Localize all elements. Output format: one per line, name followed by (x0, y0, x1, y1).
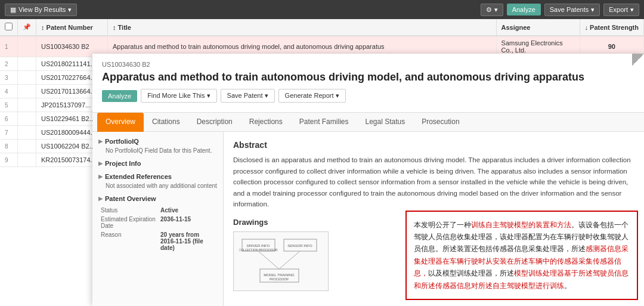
tab-legal-status[interactable]: Legal Status (357, 113, 413, 132)
view-by-label: View By Results (18, 6, 66, 13)
tab-overview-label: Overview (106, 118, 135, 126)
bar-chart-icon: ▦ (10, 6, 16, 14)
expiration-label: Estimated Expiration Date (98, 215, 158, 230)
svg-line-8 (258, 251, 279, 269)
col-title-label: ↕ Title (113, 24, 131, 31)
filter-arrow: ▾ (494, 6, 498, 14)
extended-refs-text: Not associated with any additional conte… (98, 183, 217, 189)
svg-text:DRIVER INFO: DRIVER INFO (247, 244, 270, 248)
detail-analyze-button[interactable]: Analyze (102, 90, 137, 102)
abstract-text: Disclosed is an apparatus and method to … (233, 154, 634, 209)
svg-text:PROCESSOR: PROCESSOR (270, 277, 289, 281)
row-pin-cell (18, 126, 36, 140)
row-pin-cell (18, 112, 36, 126)
save-patents-button[interactable]: Save Patents ▾ (544, 4, 600, 16)
analyze-label: Analyze (512, 6, 535, 13)
svg-text:MODEL TRAINING: MODEL TRAINING (264, 273, 295, 277)
drawing-image: DRIVER INFO COLLECTION PROCESSOR SENSOR … (233, 231, 329, 291)
expiration-value: 2036-11-15 (158, 215, 217, 230)
tab-citations[interactable]: Citations (144, 113, 188, 132)
view-by-button[interactable]: ▦ View By Results ▾ (5, 4, 77, 16)
row-checkbox-cell: 7 (0, 126, 18, 140)
col-pin-header: 📌 (18, 19, 36, 36)
extended-refs-label: Extended References (105, 173, 172, 180)
select-all-checkbox[interactable] (5, 23, 13, 30)
status-value: Active (158, 206, 217, 215)
tab-prosecution-label: Prosecution (422, 118, 459, 126)
row-checkbox-cell: 5 (0, 98, 18, 112)
tab-prosecution[interactable]: Prosecution (413, 113, 467, 132)
col-patent-number-header[interactable]: ↕ Patent Number (36, 19, 108, 36)
patent-overview-section-header[interactable]: ▶ Patent Overview (98, 195, 217, 202)
col-patent-number-label: ↕ Patent Number (41, 24, 93, 31)
reason-label: Reason (98, 230, 158, 252)
col-strength-label: ↓ Patent Strength (585, 24, 639, 31)
abstract-title: Abstract (233, 140, 634, 150)
analyze-button[interactable]: Analyze (507, 4, 541, 16)
export-button[interactable]: Export ▾ (603, 4, 639, 16)
row-pin-cell (18, 98, 36, 112)
detail-patent-number: US10034630 B2 (102, 61, 634, 68)
row-pin-cell (18, 71, 36, 85)
detail-header: US10034630 B2 Apparatus and method to tr… (92, 54, 644, 113)
project-info-section-header[interactable]: ▶ Project Info (98, 160, 217, 167)
col-title-header[interactable]: ↕ Title (108, 19, 497, 36)
status-label: Status (98, 206, 158, 215)
row-pin-cell (18, 36, 36, 57)
corner-fold (632, 54, 644, 66)
row-pin-cell (18, 153, 36, 167)
row-pin-cell (18, 57, 36, 71)
triangle-icon: ▶ (98, 138, 103, 144)
reason-value: 20 years from 2016-11-15 (file date) (158, 230, 217, 252)
save-patent-button[interactable]: Save Patent (221, 89, 275, 103)
save-patents-arrow: ▾ (591, 6, 595, 14)
row-checkbox-cell: 8 (0, 140, 18, 153)
patent-overview-label: Patent Overview (105, 195, 156, 202)
col-strength-header[interactable]: ↓ Patent Strength (580, 19, 643, 36)
generate-report-button[interactable]: Generate Report (278, 89, 346, 103)
detail-left-panel: ▶ PortfolioIQ No PortfolioIQ Field Data … (92, 132, 224, 306)
tab-rejections-label: Rejections (249, 118, 283, 126)
portfolio-iq-label: PortfolioIQ (105, 138, 139, 145)
translation-text-2: 训练自主驾驶模型的装置和方法 (471, 221, 571, 229)
col-checkbox-header (0, 19, 18, 36)
tab-patent-families-label: Patent Families (299, 118, 349, 126)
tab-citations-label: Citations (152, 118, 180, 126)
dropdown-arrow-icon: ▾ (68, 6, 72, 14)
status-row: Status Active (98, 206, 217, 215)
top-toolbar: ▦ View By Results ▾ ⚙ ▾ Analyze Save Pat… (0, 0, 644, 19)
triangle-icon-3: ▶ (98, 174, 103, 180)
row-checkbox-cell: 9 (0, 153, 18, 167)
translation-popup: 本发明公开了一种训练自主驾驶模型的装置和方法。该设备包括一个驾驶人员信息收集处理… (405, 211, 638, 300)
row-pin-cell (18, 140, 36, 153)
detail-actions: Analyze Find More Like This Save Patent … (102, 89, 634, 103)
col-assignee-header[interactable]: Assignee (496, 19, 580, 36)
generate-report-label: Generate Report (285, 92, 334, 99)
row-pin-cell (18, 85, 36, 98)
detail-title: Apparatus and method to train autonomous… (102, 70, 634, 84)
row-checkbox-cell: 2 (0, 57, 18, 71)
save-patent-label: Save Patent (227, 92, 263, 99)
detail-tabs: Overview Citations Description Rejection… (92, 113, 644, 132)
tab-description[interactable]: Description (188, 113, 241, 132)
tab-rejections[interactable]: Rejections (241, 113, 291, 132)
toolbar-right: ⚙ ▾ Analyze Save Patents ▾ Export ▾ (481, 4, 639, 16)
tab-patent-families[interactable]: Patent Families (291, 113, 357, 132)
triangle-icon-2: ▶ (98, 160, 103, 166)
row-checkbox-cell: 1 (0, 36, 18, 57)
drawing-svg: DRIVER INFO COLLECTION PROCESSOR SENSOR … (239, 236, 323, 287)
reason-row: Reason 20 years from 2016-11-15 (file da… (98, 230, 217, 252)
translation-text-5: 以及模型训练处理器，所述 (428, 269, 514, 277)
tab-description-label: Description (197, 118, 233, 126)
filter-icon: ⚙ (486, 6, 492, 14)
detail-analyze-label: Analyze (108, 92, 131, 100)
export-label: Export (609, 6, 628, 13)
portfolio-iq-text: No PortfolioIQ Field Data for this Paten… (98, 147, 217, 154)
save-patents-label: Save Patents (550, 6, 589, 13)
tab-overview[interactable]: Overview (97, 113, 144, 132)
find-more-button[interactable]: Find More Like This (141, 89, 216, 103)
extended-refs-section-header[interactable]: ▶ Extended References (98, 173, 217, 180)
expiration-row: Estimated Expiration Date 2036-11-15 (98, 215, 217, 230)
filter-button[interactable]: ⚙ ▾ (481, 4, 503, 16)
portfolio-iq-section-header[interactable]: ▶ PortfolioIQ (98, 138, 217, 145)
